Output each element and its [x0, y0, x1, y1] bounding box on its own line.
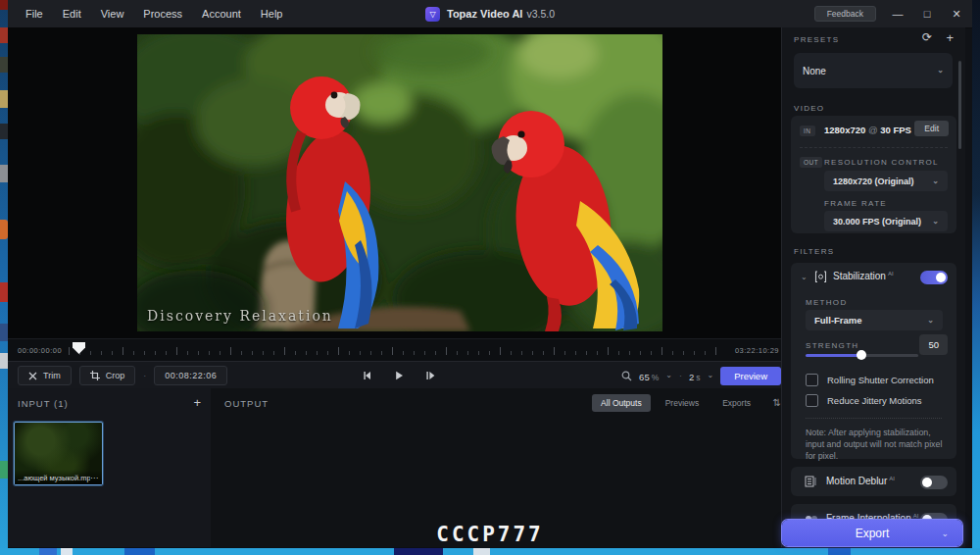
add-input-button[interactable]: + [193, 395, 201, 410]
video-frame-parrots [137, 34, 662, 331]
presets-header: PRESETS [794, 35, 839, 44]
minimize-button[interactable]: — [890, 8, 906, 20]
video-stage: Discovery Relaxation [8, 27, 789, 338]
stabilization-card: ⌄ StabilizationAI METHOD Full-Frame ⌄ ST… [791, 263, 956, 459]
filters-section-header: FILTERS [794, 247, 834, 256]
at-sign: @ [868, 125, 878, 135]
timeline-ticks-major [69, 347, 723, 355]
frame-rate-dropdown[interactable]: 30.000 FPS (Original) ⌄ [824, 211, 948, 231]
zoom-magnifier-icon[interactable] [621, 371, 632, 381]
screen: File Edit View Process Account Help ▽ To… [0, 0, 980, 555]
osd-overlay-text: СССР777 [0, 523, 980, 546]
motion-deblur-toggle[interactable] [920, 476, 948, 489]
crop-label: Crop [106, 371, 125, 380]
reduce-jittery-checkbox-row[interactable]: Reduce Jittery Motions [806, 394, 922, 407]
frame-rate-value: 30.000 FPS (Original) [833, 217, 921, 227]
stabilization-note: Note: After applying stabilization, inpu… [806, 428, 945, 463]
strength-slider[interactable] [806, 354, 918, 357]
tab-exports[interactable]: Exports [713, 394, 760, 412]
stabilization-icon [814, 271, 827, 283]
zoom-unit: % [652, 373, 660, 382]
playback-toolbar: Trim Crop · 00:08:22:06 65% ⌄ · 2s [8, 361, 789, 390]
resolution-control-label: RESOLUTION CONTROL [824, 158, 939, 167]
preview-button[interactable]: Preview [720, 367, 781, 385]
rolling-shutter-label: Rolling Shutter Correction [827, 375, 934, 385]
title-bar[interactable]: File Edit View Process Account Help ▽ To… [8, 0, 972, 28]
trim-scissors-icon [28, 372, 37, 380]
timeline[interactable]: 00:00:00:00 03:22:10:29 [8, 338, 789, 362]
chevron-down-icon: ⌄ [937, 67, 944, 75]
video-section-header: VIDEO [794, 104, 824, 113]
menu-file[interactable]: File [18, 0, 51, 27]
strength-label: STRENGTH [806, 341, 858, 350]
refresh-presets-icon[interactable]: ⟳ [922, 30, 932, 44]
input-panel-header: INPUT (1) [18, 398, 69, 409]
edit-button[interactable]: Edit [914, 121, 949, 136]
tab-previews[interactable]: Previews [657, 394, 708, 412]
reduce-jittery-checkbox[interactable] [806, 394, 818, 407]
motion-deblur-card: Motion DeblurAI [791, 467, 956, 496]
step-back-button[interactable] [362, 370, 373, 381]
strength-value-field[interactable]: 50 [919, 334, 948, 355]
stabilization-toggle[interactable] [920, 271, 948, 284]
current-time-field[interactable]: 00:08:22:06 [154, 366, 227, 385]
ai-superscript: AI [889, 476, 895, 481]
method-dropdown[interactable]: Full-Frame ⌄ [806, 310, 943, 330]
menu-account[interactable]: Account [194, 0, 249, 27]
more-options-icon[interactable]: ⋯ [90, 474, 102, 484]
trim-button[interactable]: Trim [18, 366, 72, 385]
menu-edit[interactable]: Edit [55, 0, 89, 27]
add-preset-icon[interactable]: + [946, 30, 954, 45]
menu-process[interactable]: Process [135, 0, 190, 27]
output-panel-header: OUTPUT [224, 398, 269, 409]
close-button[interactable]: ✕ [949, 8, 964, 21]
input-resolution: 1280x720 [824, 125, 865, 135]
timeline-start-time: 00:00:00:00 [18, 339, 62, 362]
video-info-card: IN 1280x720 @ 30 FPS Edit OUT RESOLUTION… [791, 116, 956, 233]
chevron-down-icon: ⌄ [932, 177, 939, 185]
frame-rate-label: FRAME RATE [824, 199, 887, 208]
resolution-dropdown[interactable]: 1280x720 (Original) ⌄ [824, 171, 948, 191]
trim-label: Trim [43, 371, 61, 380]
collapse-chevron-icon[interactable]: ⌄ [801, 274, 808, 281]
menu-view[interactable]: View [93, 0, 132, 27]
chevron-down-icon: ⌄ [665, 372, 672, 379]
maximize-button[interactable]: □ [919, 8, 935, 20]
method-label: METHOD [806, 298, 847, 307]
divider [800, 147, 948, 148]
crop-button[interactable]: Crop [79, 366, 136, 385]
preview-length-dropdown[interactable]: 2s [689, 367, 701, 384]
clip-length-value: 2 [689, 372, 694, 382]
motion-deblur-icon [805, 476, 817, 487]
step-forward-button[interactable] [424, 370, 436, 381]
rolling-shutter-checkbox[interactable] [806, 374, 818, 386]
reduce-jittery-label: Reduce Jittery Motions [827, 395, 922, 406]
sort-icon[interactable]: ⇅ [773, 397, 781, 408]
resolution-value: 1280x720 (Original) [833, 177, 914, 186]
input-thumbnail[interactable]: ...ающей музыкой.mp4 ⋯ [14, 422, 103, 485]
ai-superscript: AI [888, 271, 894, 277]
video-preview[interactable]: Discovery Relaxation [137, 34, 662, 331]
chevron-down-icon: ⌄ [708, 372, 714, 379]
taskbar[interactable] [0, 548, 980, 555]
desktop-left-edge [0, 0, 8, 555]
sidebar: PRESETS ⟳ + None ⌄ VIDEO IN 1280x720 @ 3… [781, 27, 965, 547]
sidebar-scrollbar[interactable] [958, 61, 961, 149]
clip-length-unit: s [696, 373, 700, 382]
stabilization-label: StabilizationAI [833, 271, 894, 281]
presets-dropdown[interactable]: None ⌄ [794, 53, 953, 88]
play-button[interactable] [393, 370, 405, 381]
timeline-end-time: 03:22:10:29 [735, 339, 779, 362]
crop-icon [90, 371, 100, 380]
rolling-shutter-checkbox-row[interactable]: Rolling Shutter Correction [806, 374, 934, 386]
separator-dot: · [143, 371, 146, 380]
menu-help[interactable]: Help [253, 0, 291, 27]
slider-handle[interactable] [857, 350, 866, 360]
zoom-level-dropdown[interactable]: 65% [639, 367, 659, 384]
feedback-button[interactable]: Feedback [814, 6, 876, 22]
tab-all-outputs[interactable]: All Outputs [592, 394, 651, 412]
input-file-name: ...ающей музыкой.mp4 [15, 474, 90, 484]
thumbnail-caption: ...ающей музыкой.mp4 ⋯ [15, 470, 102, 484]
video-watermark: Discovery Relaxation [147, 308, 333, 324]
separator-dot: · [679, 371, 682, 380]
